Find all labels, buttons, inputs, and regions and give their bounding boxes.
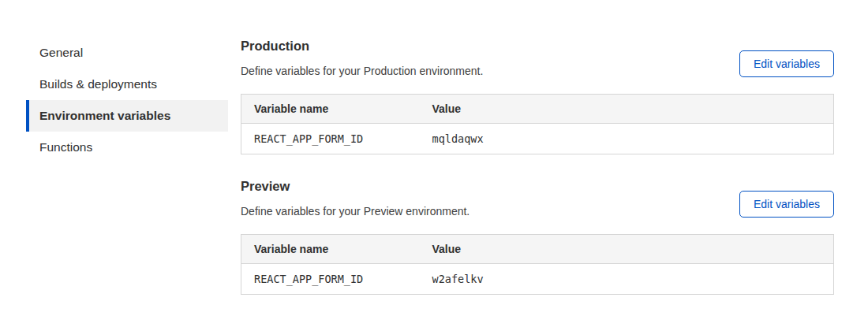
preview-section: Preview Define variables for your Previe… (241, 178, 834, 295)
column-header-value: Value (420, 235, 834, 264)
sidebar-item-label: Builds & deployments (39, 77, 157, 91)
settings-sidebar: General Builds & deployments Environment… (26, 37, 228, 163)
sidebar-item-functions[interactable]: Functions (26, 132, 228, 163)
column-header-variable-name: Variable name (241, 235, 420, 264)
table-row: REACT_APP_FORM_ID w2afelkv (241, 264, 834, 295)
sidebar-item-label: Functions (39, 140, 92, 154)
table-header: Variable name Value (241, 95, 834, 124)
sidebar-item-environment-variables[interactable]: Environment variables (26, 100, 228, 132)
settings-page: General Builds & deployments Environment… (0, 0, 868, 331)
table-body: REACT_APP_FORM_ID w2afelkv (241, 264, 834, 295)
sidebar-item-builds-deployments[interactable]: Builds & deployments (26, 69, 228, 100)
variable-name-cell: REACT_APP_FORM_ID (241, 124, 420, 154)
table-header-row: Variable name Value (241, 95, 834, 124)
variable-value-cell: mqldaqwx (420, 124, 834, 154)
variable-value-cell: w2afelkv (420, 264, 834, 295)
variables-table-production: Variable name Value REACT_APP_FORM_ID mq… (241, 94, 834, 154)
sidebar-item-label: Environment variables (39, 109, 170, 123)
production-section: Production Define variables for your Pro… (241, 38, 834, 154)
column-header-value: Value (420, 95, 834, 124)
edit-variables-button-production[interactable]: Edit variables (739, 50, 834, 77)
table-body: REACT_APP_FORM_ID mqldaqwx (241, 124, 834, 154)
variable-name-cell: REACT_APP_FORM_ID (241, 264, 420, 295)
variables-table-preview: Variable name Value REACT_APP_FORM_ID w2… (241, 234, 834, 295)
column-header-variable-name: Variable name (241, 95, 420, 124)
sidebar-item-general[interactable]: General (26, 37, 228, 69)
table-header: Variable name Value (241, 235, 834, 264)
environment-variables-content: Production Define variables for your Pro… (241, 38, 834, 295)
table-row: REACT_APP_FORM_ID mqldaqwx (241, 124, 834, 154)
table-header-row: Variable name Value (241, 235, 834, 264)
edit-variables-button-preview[interactable]: Edit variables (739, 191, 834, 218)
sidebar-item-label: General (39, 46, 83, 60)
